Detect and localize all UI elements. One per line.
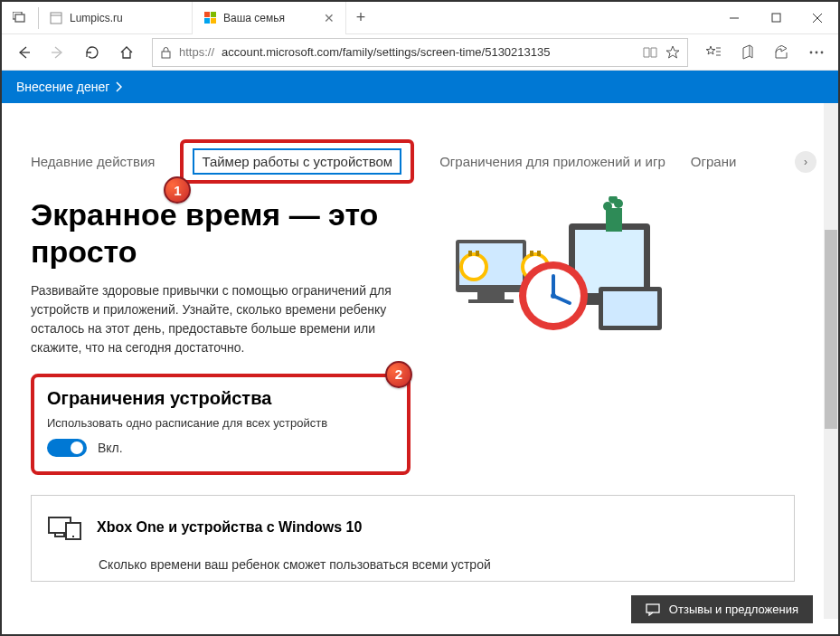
scrollbar-thumb[interactable] — [825, 230, 837, 429]
svg-rect-46 — [647, 604, 659, 612]
close-window-button[interactable] — [797, 2, 838, 34]
url-text: account.microsoft.com/family/settings/sc… — [222, 45, 635, 59]
lock-icon — [160, 46, 172, 59]
menu-icon[interactable] — [800, 36, 833, 69]
forward-button[interactable] — [42, 36, 74, 69]
svg-point-16 — [821, 51, 824, 53]
svg-rect-1 — [15, 14, 24, 22]
svg-rect-41 — [603, 291, 657, 326]
money-banner[interactable]: Внесение денег — [2, 71, 838, 103]
device-limits-card: 2 Ограничения устройства Использовать од… — [31, 374, 411, 475]
svg-rect-30 — [476, 251, 479, 256]
tab-preview-icon[interactable] — [2, 12, 38, 24]
scroll-right-button[interactable]: › — [795, 151, 816, 173]
titlebar: Lumpics.ru Ваша семья ✕ + — [2, 2, 838, 34]
refresh-button[interactable] — [76, 36, 109, 69]
hero-illustration — [447, 196, 682, 350]
tab-screen-time[interactable]: Таймер работы с устройством — [193, 148, 401, 175]
feedback-icon — [646, 603, 660, 616]
device-box: Xbox One и устройства с Windows 10 Сколь… — [31, 495, 795, 582]
tab-family[interactable]: Ваша семья ✕ — [193, 2, 346, 34]
svg-rect-29 — [468, 251, 472, 256]
tab-more[interactable]: Ограни — [691, 154, 737, 169]
page-description: Развивайте здоровые привычки с помощью о… — [31, 281, 420, 357]
home-button[interactable] — [110, 36, 143, 69]
chevron-right-icon — [115, 81, 122, 92]
notes-icon[interactable] — [731, 36, 764, 69]
favorite-icon[interactable] — [665, 45, 680, 60]
svg-rect-5 — [772, 14, 780, 22]
hero-section: Экранное время — это просто Развивайте з… — [31, 196, 795, 357]
maximize-button[interactable] — [755, 2, 797, 34]
tab-lumpics[interactable]: Lumpics.ru — [39, 2, 193, 34]
share-icon[interactable] — [766, 36, 798, 69]
highlight-box-1: Таймер работы с устройством 1 — [180, 139, 414, 184]
svg-rect-2 — [51, 13, 61, 24]
svg-rect-10 — [162, 52, 170, 58]
navbar: https://account.microsoft.com/family/set… — [2, 34, 838, 71]
schedule-toggle[interactable] — [47, 439, 87, 457]
svg-rect-25 — [477, 292, 505, 299]
card-title: Ограничения устройства — [47, 388, 394, 409]
svg-point-20 — [603, 202, 612, 211]
svg-point-15 — [816, 51, 818, 53]
main-content: Недавние действия Таймер работы с устрой… — [2, 103, 824, 619]
svg-rect-26 — [468, 299, 514, 303]
new-tab-button[interactable]: + — [346, 8, 375, 27]
tab-apps[interactable]: Ограничения для приложений и игр — [439, 154, 665, 169]
reading-view-icon[interactable] — [642, 46, 658, 59]
svg-point-39 — [551, 293, 556, 299]
device-desc: Сколько времени ваш ребенок сможет польз… — [99, 557, 778, 572]
back-button[interactable] — [7, 36, 40, 69]
url-scheme: https:// — [179, 45, 214, 59]
scrollbar[interactable] — [824, 103, 838, 619]
devices-icon — [48, 514, 82, 541]
card-subtitle: Использовать одно расписание для всех ус… — [47, 416, 394, 430]
svg-point-28 — [463, 256, 485, 278]
svg-rect-19 — [606, 208, 622, 232]
svg-point-14 — [810, 51, 813, 53]
tab-title: Ваша семья — [223, 12, 285, 24]
page-icon — [50, 12, 62, 24]
banner-text: Внесение денег — [16, 80, 109, 94]
window-controls — [713, 2, 838, 34]
address-bar[interactable]: https://account.microsoft.com/family/set… — [152, 38, 688, 67]
feedback-label: Отзывы и предложения — [669, 603, 798, 616]
toggle-label: Вкл. — [98, 441, 123, 455]
page-tabs: Недавние действия Таймер работы с устрой… — [31, 139, 795, 184]
tab-title: Lumpics.ru — [70, 12, 123, 24]
feedback-button[interactable]: Отзывы и предложения — [631, 595, 813, 623]
svg-rect-43 — [55, 533, 64, 536]
microsoft-icon — [203, 12, 216, 24]
device-title: Xbox One и устройства с Windows 10 — [97, 519, 362, 536]
step-badge-2: 2 — [385, 361, 412, 388]
minimize-button[interactable] — [713, 2, 755, 34]
favorites-list-icon[interactable] — [697, 36, 730, 69]
svg-rect-33 — [530, 251, 533, 256]
svg-rect-34 — [537, 251, 541, 256]
tab-recent[interactable]: Недавние действия — [31, 154, 155, 169]
page-title: Экранное время — это просто — [31, 196, 420, 271]
close-tab-icon[interactable]: ✕ — [324, 11, 335, 25]
